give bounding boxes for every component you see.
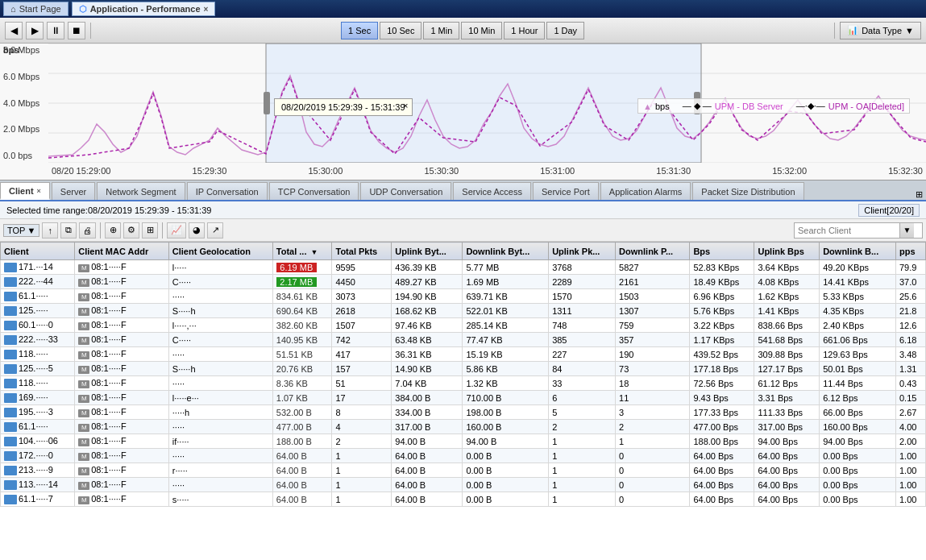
cell-total-pkts: 1507 — [332, 318, 392, 333]
col-downlink-pkts[interactable]: Downlink P... — [616, 243, 690, 260]
col-geo[interactable]: Client Geolocation — [168, 243, 272, 260]
cell-uplink-bps: 317.00 Bps — [754, 420, 820, 434]
tab-network-segment[interactable]: Network Segment — [97, 182, 185, 200]
table-row[interactable]: 125.·····5 M08:1·····F S·····h 20.76 KB … — [1, 362, 926, 376]
cell-uplink-bytes: 489.27 KB — [392, 275, 463, 289]
tab-udp-conversation[interactable]: UDP Conversation — [360, 182, 451, 200]
tab-ip-label: IP Conversation — [196, 187, 259, 197]
cell-uplink-bps: 64.00 Bps — [754, 492, 820, 507]
toolbar-btn-stop[interactable]: ⏹ — [68, 22, 85, 39]
cell-total-pkts: 1 — [332, 492, 392, 507]
tab-client-close[interactable]: × — [37, 187, 41, 195]
table-row[interactable]: 222.···44 M08:1·····F C····· 2.17 MB 445… — [1, 275, 926, 289]
table-row[interactable]: 222.·····33 M08:1·····F C····· 140.95 KB… — [1, 333, 926, 347]
table-row[interactable]: 213.·····9 M08:1·····F r····· 64.00 B 1 … — [1, 463, 926, 478]
table-row[interactable]: 125.····· M08:1·····F S·····h 690.64 KB … — [1, 304, 926, 318]
mac-icon: M — [78, 482, 89, 490]
top-dropdown[interactable]: TOP ▼ — [3, 224, 39, 237]
toolbar-columns-btn[interactable]: ⊞ — [142, 222, 158, 239]
total-value: 51.51 KB — [276, 350, 313, 359]
table-row[interactable]: 171.···14 M08:1·····F l····· 6.19 MB 959… — [1, 260, 926, 275]
search-dropdown-btn[interactable]: ▼ — [899, 223, 914, 238]
cell-pps: 0.43 — [895, 376, 925, 391]
table-row[interactable]: 169.····· M08:1·····F l·····e··· 1.07 KB… — [1, 391, 926, 405]
col-pps[interactable]: pps — [895, 243, 925, 260]
col-uplink-bytes[interactable]: Uplink Byt... — [392, 243, 463, 260]
cell-pps: 1.00 — [895, 478, 925, 492]
table-row[interactable]: 61.1····· M08:1·····F ····· 477.00 B 4 3… — [1, 420, 926, 434]
col-total-pkts[interactable]: Total Pkts — [332, 243, 392, 260]
cell-total: 20.76 KB — [272, 362, 332, 376]
cell-client: 113.·····14 — [1, 478, 75, 492]
col-client[interactable]: Client — [1, 243, 75, 260]
table-row[interactable]: 61.1····· M08:1·····F ····· 834.61 KB 30… — [1, 289, 926, 304]
col-downlink-bps[interactable]: Downlink B... — [820, 243, 896, 260]
client-table-container[interactable]: Client Client MAC Addr Client Geolocatio… — [0, 242, 926, 560]
tab-app-alarms[interactable]: Application Alarms — [600, 182, 691, 200]
tab-client[interactable]: Client × — [0, 182, 50, 200]
toolbar-filter-btn[interactable]: ⊕ — [105, 222, 121, 239]
data-type-dropdown[interactable]: 📊 Data Type ▼ — [840, 22, 921, 39]
tab-service-port-label: Service Port — [542, 187, 590, 197]
tab-service-access[interactable]: Service Access — [453, 182, 531, 200]
toolbar-export2-btn[interactable]: ↗ — [207, 222, 223, 239]
table-row[interactable]: 61.1·····7 M08:1·····F s····· 64.00 B 1 … — [1, 492, 926, 507]
tab-service-port[interactable]: Service Port — [533, 182, 599, 200]
toolbar-btn-back[interactable]: ◀ — [5, 22, 23, 39]
table-row[interactable]: 60.1·····0 M08:1·····F l·····,··· 382.60… — [1, 318, 926, 333]
cell-uplink-bytes: 64.00 B — [392, 463, 463, 478]
tab-settings-btn[interactable]: ⊞ — [916, 189, 926, 200]
tab-packet-size[interactable]: Packet Size Distribution — [692, 182, 804, 200]
cell-downlink-bytes: 94.00 B — [463, 434, 549, 449]
toolbar-chart-btn[interactable]: 📈 — [167, 222, 186, 239]
cell-geo: S·····h — [168, 362, 272, 376]
cell-uplink-pkts: 748 — [549, 318, 616, 333]
col-uplink-pkts[interactable]: Uplink Pk... — [549, 243, 616, 260]
time-btn-10min[interactable]: 10 Min — [461, 22, 502, 39]
cell-downlink-pkts: 1307 — [616, 304, 690, 318]
cell-downlink-bps: 6.12 Bps — [820, 391, 896, 405]
top-arrow-icon: ▼ — [27, 226, 35, 235]
toolbar-print-btn[interactable]: 🖨 — [79, 222, 96, 239]
client-icon — [4, 437, 17, 446]
table-row[interactable]: 118.····· M08:1·····F ····· 51.51 KB 417… — [1, 347, 926, 362]
col-total[interactable]: Total ... ▼ — [272, 243, 332, 260]
time-btn-1hour[interactable]: 1 Hour — [504, 22, 545, 39]
toolbar-settings-btn[interactable]: ⚙ — [123, 222, 139, 239]
legend-oa-label: UPM - OA[Deleted] — [828, 102, 904, 111]
col-bps[interactable]: Bps — [690, 243, 754, 260]
cell-total-pkts: 742 — [332, 333, 392, 347]
time-btn-1min[interactable]: 1 Min — [423, 22, 459, 39]
toolbar-copy-btn[interactable]: ⧉ — [60, 222, 77, 239]
cell-pps: 4.00 — [895, 420, 925, 434]
tab-tcp-conversation[interactable]: TCP Conversation — [269, 182, 359, 200]
tab-close-btn[interactable]: × — [204, 5, 209, 14]
chart-legend: ▲ bps — ◆ — UPM - DB Server —·◆·— UPM - … — [637, 98, 910, 114]
table-row[interactable]: 113.·····14 M08:1·····F ····· 64.00 B 1 … — [1, 478, 926, 492]
search-box[interactable]: ▼ — [794, 222, 923, 239]
cell-total: 140.95 KB — [272, 333, 332, 347]
time-btn-1day[interactable]: 1 Day — [546, 22, 584, 39]
table-row[interactable]: 104.·····06 M08:1·····F if····· 188.00 B… — [1, 434, 926, 449]
table-row[interactable]: 118.····· M08:1·····F ····· 8.36 KB 51 7… — [1, 376, 926, 391]
time-btn-10sec[interactable]: 10 Sec — [380, 22, 421, 39]
col-mac[interactable]: Client MAC Addr — [75, 243, 169, 260]
tab-ip-conversation[interactable]: IP Conversation — [187, 182, 268, 200]
tab-server[interactable]: Server — [52, 182, 95, 200]
toolbar-btn-play[interactable]: ▶ — [26, 22, 44, 39]
table-row[interactable]: 172.·····0 M08:1·····F ····· 64.00 B 1 6… — [1, 449, 926, 463]
time-btn-1sec[interactable]: 1 Sec — [341, 22, 378, 39]
tooltip-close-btn[interactable]: × — [403, 101, 408, 110]
col-downlink-bytes[interactable]: Downlink Byt... — [463, 243, 549, 260]
tab-app-performance[interactable]: ⬡ Application - Performance × — [72, 2, 216, 16]
toolbar-pie-btn[interactable]: ◕ — [189, 222, 205, 239]
col-uplink-bps[interactable]: Uplink Bps — [754, 243, 820, 260]
table-row[interactable]: 195.·····3 M08:1·····F ·····h 532.00 B 8… — [1, 405, 926, 420]
toolbar-btn-pause[interactable]: ⏸ — [47, 22, 64, 39]
toolbar-export-btn[interactable]: ↑ — [42, 222, 58, 239]
search-input[interactable] — [795, 223, 899, 238]
cell-pps: 37.0 — [895, 275, 925, 289]
cell-uplink-bytes: 64.00 B — [392, 478, 463, 492]
cell-downlink-bps: 129.63 Bps — [820, 347, 896, 362]
tab-start-page[interactable]: ⌂ Start Page — [3, 2, 69, 16]
